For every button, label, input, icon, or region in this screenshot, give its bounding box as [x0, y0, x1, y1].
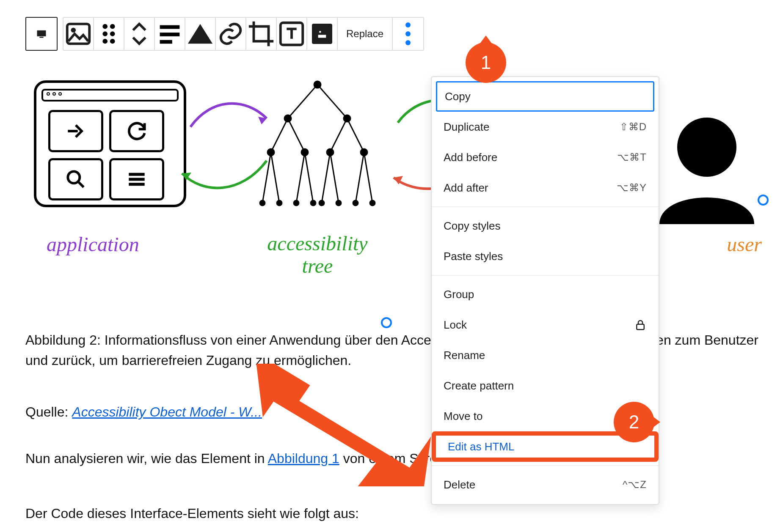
toolbar-main: Replace	[63, 17, 424, 51]
svg-point-19	[68, 171, 80, 183]
svg-line-23	[288, 118, 305, 152]
svg-line-33	[364, 152, 372, 203]
svg-point-8	[102, 39, 108, 44]
svg-line-28	[296, 152, 305, 203]
svg-point-4	[102, 24, 108, 29]
accessibility-diagram: application accessibilitytree user	[34, 76, 783, 279]
menu-label: Add before	[444, 151, 497, 164]
caption-button[interactable]	[185, 18, 216, 50]
menu-label: Paste styles	[444, 250, 503, 263]
svg-rect-2	[67, 24, 90, 44]
monitor-icon	[36, 28, 47, 40]
block-type-button[interactable]	[26, 18, 57, 50]
menu-label: Edit as HTML	[448, 440, 515, 453]
diagram-arrow-green-1	[178, 156, 271, 209]
menu-label: Copy	[445, 90, 471, 103]
duotone-button[interactable]	[307, 18, 338, 50]
menu-item-add-after[interactable]: Add after ⌥⌘Y	[432, 173, 659, 203]
replace-button[interactable]: Replace	[338, 18, 393, 50]
menu-item-add-before[interactable]: Add before ⌥⌘T	[432, 142, 659, 173]
svg-point-37	[267, 149, 274, 156]
more-options-button[interactable]	[393, 18, 423, 50]
align-icon	[155, 19, 185, 49]
source-prefix: Quelle:	[25, 404, 72, 420]
svg-point-47	[353, 200, 358, 206]
menu-shortcut: ^⌥Z	[623, 479, 647, 491]
svg-point-6	[102, 31, 108, 36]
svg-line-30	[322, 152, 330, 203]
menu-item-paste-styles[interactable]: Paste styles	[432, 241, 659, 271]
selection-ring-icon	[758, 195, 769, 206]
text-overlay-button[interactable]	[277, 18, 307, 50]
menu-item-duplicate[interactable]: Duplicate ⇧⌘D	[432, 112, 659, 142]
more-vertical-icon	[393, 19, 423, 49]
block-options-menu: Copy Duplicate ⇧⌘D Add before ⌥⌘T Add af…	[431, 76, 659, 505]
lock-icon	[634, 318, 647, 331]
menu-label: Delete	[444, 478, 475, 491]
menu-divider	[432, 275, 659, 276]
svg-point-49	[677, 118, 736, 177]
menu-label: Group	[444, 288, 474, 301]
svg-point-5	[110, 24, 115, 29]
menu-shortcut: ⌥⌘Y	[617, 182, 647, 194]
menu-item-copy-styles[interactable]: Copy styles	[432, 211, 659, 241]
svg-line-21	[317, 85, 347, 118]
svg-point-38	[301, 149, 308, 156]
svg-rect-50	[637, 324, 644, 330]
link-button[interactable]	[216, 18, 246, 50]
svg-point-42	[277, 200, 282, 206]
diagram-application-box	[34, 80, 186, 207]
svg-point-16	[405, 22, 411, 27]
replace-label: Replace	[346, 28, 383, 40]
svg-rect-0	[37, 30, 46, 36]
menu-label: Add after	[444, 181, 488, 195]
menu-divider	[432, 206, 659, 207]
menu-item-delete[interactable]: Delete ^⌥Z	[432, 469, 659, 500]
svg-point-44	[311, 200, 316, 206]
menu-item-lock[interactable]: Lock	[432, 310, 659, 340]
svg-rect-11	[160, 33, 180, 36]
align-button[interactable]	[155, 18, 185, 50]
image-icon	[63, 19, 93, 49]
toolbar-group-block	[25, 17, 58, 51]
svg-point-48	[370, 200, 375, 206]
drag-handle[interactable]	[94, 18, 124, 50]
triangle-icon	[185, 19, 215, 49]
source-link[interactable]: Accessibility Obect Model - W...	[72, 404, 262, 420]
svg-point-36	[344, 115, 350, 122]
crop-button[interactable]	[246, 18, 277, 50]
menu-item-create-pattern[interactable]: Create pattern	[432, 370, 659, 401]
svg-point-7	[110, 31, 115, 36]
menu-item-rename[interactable]: Rename	[432, 340, 659, 370]
selection-ring-icon	[381, 317, 392, 328]
svg-point-39	[327, 149, 334, 156]
svg-point-34	[314, 81, 321, 88]
diagram-label-application: application	[47, 233, 139, 256]
svg-rect-12	[160, 40, 172, 44]
svg-point-46	[336, 200, 341, 206]
move-up-down-button[interactable]	[124, 18, 155, 50]
filter-icon	[316, 28, 328, 40]
menu-item-group[interactable]: Group	[432, 279, 659, 310]
svg-point-3	[71, 27, 76, 33]
menu-label: Lock	[444, 318, 467, 332]
diagram-label-user: user	[727, 233, 762, 256]
menu-item-copy[interactable]: Copy	[436, 81, 654, 112]
svg-point-43	[294, 200, 299, 206]
menu-shortcut: ⌥⌘T	[617, 151, 647, 163]
diagram-arrow-purple	[186, 93, 271, 145]
svg-line-31	[330, 152, 339, 203]
link-icon	[216, 19, 245, 49]
svg-rect-10	[160, 25, 180, 29]
svg-point-40	[361, 149, 367, 156]
menu-label: Duplicate	[444, 121, 489, 134]
diagram-label-tree: accessibilitytree	[233, 233, 402, 277]
figure-1-link[interactable]: Abbildung 1	[268, 451, 339, 466]
svg-point-15	[319, 31, 321, 33]
select-parent-button[interactable]	[63, 18, 94, 50]
menu-label: Copy styles	[444, 219, 500, 233]
chevrons-vertical-icon	[124, 19, 154, 49]
svg-line-27	[271, 152, 279, 203]
menu-label: Move to	[444, 410, 483, 423]
crop-icon	[246, 19, 276, 49]
